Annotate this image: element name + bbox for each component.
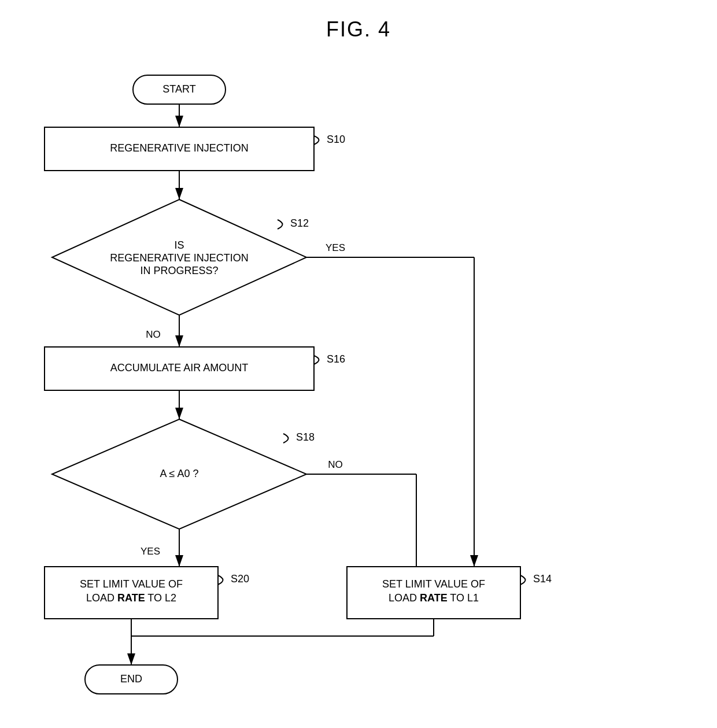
s18-yes-label: YES — [141, 546, 160, 557]
figure-title: FIG. 4 — [0, 0, 717, 42]
s12-line1: IS — [174, 239, 184, 251]
s16-label: ACCUMULATE AIR AMOUNT — [110, 362, 249, 374]
s12-step: S12 — [290, 217, 309, 229]
s12-no-label: NO — [146, 329, 161, 340]
s14-line2: LOAD RATE TO L1 — [389, 592, 479, 604]
end-label: END — [120, 673, 142, 685]
s12-line2: REGENERATIVE INJECTION — [110, 252, 249, 264]
s18-step: S18 — [296, 431, 315, 443]
s20-line1: SET LIMIT VALUE OF — [80, 578, 183, 590]
s12-line3: IN PROGRESS? — [140, 265, 218, 276]
s14-line1: SET LIMIT VALUE OF — [382, 578, 485, 590]
s20-line2: LOAD RATE TO L2 — [86, 592, 176, 604]
start-label: START — [162, 83, 195, 95]
s18-no-label: NO — [328, 459, 343, 470]
page: FIG. 4 START REGENERATIVE INJECTION S10 — [0, 0, 717, 728]
s10-label: REGENERATIVE INJECTION — [110, 142, 249, 154]
s12-yes-label: YES — [326, 242, 345, 253]
s20-step: S20 — [231, 573, 249, 585]
s10-step: S10 — [327, 134, 345, 145]
s14-step: S14 — [533, 573, 552, 585]
s16-step: S16 — [327, 353, 345, 365]
flowchart: START REGENERATIVE INJECTION S10 IS REGE… — [0, 52, 717, 723]
s18-label: A ≤ A0 ? — [160, 468, 199, 479]
